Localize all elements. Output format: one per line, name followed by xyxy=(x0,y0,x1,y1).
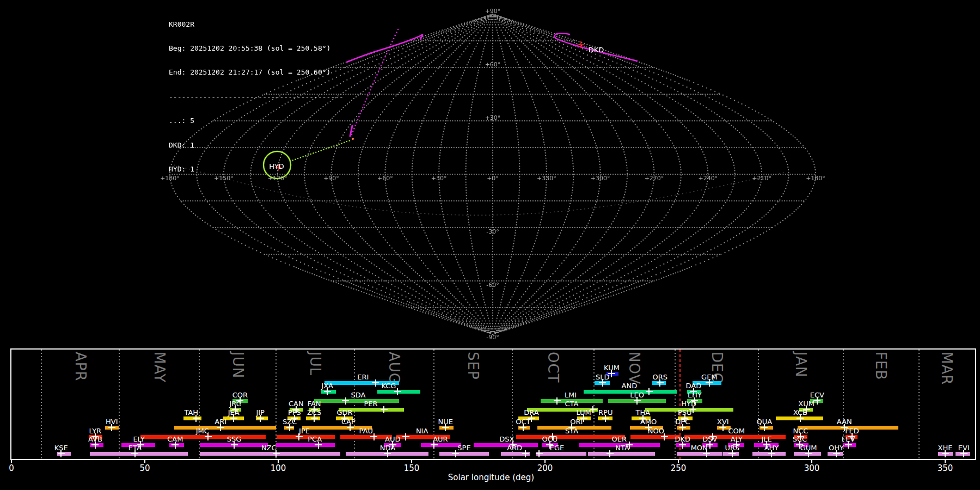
shower-peak-marker xyxy=(661,433,668,440)
map-lat-label: +30° xyxy=(485,114,501,121)
shower-bar xyxy=(276,443,335,447)
map-lon-label: +90° xyxy=(323,175,339,182)
shower-peak-marker xyxy=(381,406,388,413)
shower-peak-marker xyxy=(833,450,840,457)
shower-peak-marker xyxy=(370,433,377,440)
shower-bar xyxy=(439,452,489,456)
shower-peak-marker xyxy=(217,424,224,431)
month-separator xyxy=(354,350,355,459)
shower-peak-marker xyxy=(960,450,967,457)
shower-label: ARD xyxy=(507,444,522,452)
tick-mark xyxy=(945,459,946,463)
shower-label: AND xyxy=(622,382,638,390)
shower-label: LMI xyxy=(565,391,577,399)
shower-label: OER xyxy=(611,436,626,443)
tick-mark xyxy=(544,459,546,463)
shower-peak-marker xyxy=(761,424,768,431)
count-dkd: DKD: 1 xyxy=(169,142,344,150)
month-label: NOV xyxy=(626,352,642,384)
shower-peak-marker xyxy=(231,442,238,449)
map-lon-label: +210° xyxy=(752,175,771,182)
shower-peak-marker xyxy=(442,424,449,431)
shower-peak-marker xyxy=(91,442,99,449)
shower-peak-marker xyxy=(719,424,726,431)
shower-peak-marker xyxy=(372,379,379,387)
shower-peak-marker xyxy=(805,450,812,457)
shower-bar xyxy=(536,452,586,456)
shower-peak-marker xyxy=(311,415,318,422)
month-separator xyxy=(119,350,120,459)
tick-mark xyxy=(11,459,12,463)
map-pole-label-north: +90° xyxy=(485,8,501,15)
radiant-label-dkd: DKD xyxy=(589,46,604,54)
shower-peak-marker xyxy=(384,450,391,457)
map-lon-label: +0° xyxy=(487,175,499,182)
shower-peak-marker xyxy=(286,424,293,431)
count-unclassified: ...: 5 xyxy=(169,117,344,125)
shower-peak-marker xyxy=(845,442,852,449)
shower-label: EGE xyxy=(550,444,565,452)
shower-bar xyxy=(677,452,722,456)
shower-peak-marker xyxy=(536,450,543,457)
tick-mark xyxy=(278,459,279,463)
map-lon-label: +270° xyxy=(645,175,664,182)
shower-label: PER xyxy=(364,400,377,408)
month-label: SEP xyxy=(465,352,481,380)
tick-label: 150 xyxy=(404,463,420,473)
shower-label: SPE xyxy=(457,444,470,452)
shower-peak-marker xyxy=(679,424,686,431)
radiant-map-screen: KR002R Beg: 20251202 20:55:38 (sol = 250… xyxy=(0,0,980,490)
shower-peak-marker xyxy=(452,450,459,457)
shower-peak-marker xyxy=(394,388,401,395)
month-label: OCT xyxy=(545,352,561,383)
x-axis-title: Solar longitude (deg) xyxy=(448,473,534,482)
shower-peak-marker xyxy=(942,450,949,457)
shower-peak-marker xyxy=(347,424,354,431)
map-lat-label: +60° xyxy=(485,60,501,68)
shower-peak-marker xyxy=(768,450,775,457)
count-hyd: HYD: 1 xyxy=(169,166,344,174)
tick-label: 250 xyxy=(671,463,687,473)
shower-peak-marker xyxy=(599,379,606,387)
shower-peak-marker xyxy=(273,450,280,457)
map-lon-label: +150° xyxy=(214,175,234,182)
shower-peak-marker xyxy=(205,433,212,440)
shower-bar xyxy=(200,452,340,456)
map-lon-label: +180° xyxy=(160,175,180,182)
map-lon-label: +120° xyxy=(268,175,287,182)
shower-label: NTA xyxy=(615,444,629,452)
tick-label: 0 xyxy=(9,463,14,473)
shower-bar xyxy=(630,435,681,439)
shower-bar xyxy=(474,443,538,447)
shower-label: STA xyxy=(565,427,578,435)
shower-peak-marker xyxy=(296,433,303,440)
shower-peak-marker xyxy=(646,388,653,395)
month-label: FEB xyxy=(873,352,889,380)
month-label: JUL xyxy=(307,352,323,376)
shower-peak-marker xyxy=(634,397,641,405)
shower-label: NIA xyxy=(416,427,428,435)
month-separator xyxy=(41,350,42,459)
shower-bar xyxy=(588,452,655,456)
map-lat-label: -30° xyxy=(486,228,499,235)
shower-peak-marker xyxy=(519,424,526,431)
station-code: KR002R xyxy=(169,21,344,29)
shower-peak-marker xyxy=(315,442,322,449)
tick-label: 100 xyxy=(271,463,286,473)
map-lon-label: +240° xyxy=(698,175,718,182)
shower-bar xyxy=(340,435,392,439)
shower-label: SDA xyxy=(351,391,366,399)
shower-peak-marker xyxy=(679,442,686,449)
map-lon-label: +330° xyxy=(537,175,556,182)
tick-label: 350 xyxy=(938,463,953,473)
tick-label: 200 xyxy=(537,463,553,473)
tick-label: 50 xyxy=(139,463,150,473)
end-time-line: End: 20251202 21:27:17 (sol = 250.60°) xyxy=(169,69,344,77)
month-label: APR xyxy=(72,352,89,382)
month-label: JUN xyxy=(230,352,246,378)
shower-peak-marker xyxy=(813,397,820,405)
shower-bar xyxy=(277,435,335,439)
shower-peak-marker xyxy=(324,388,331,395)
tick-mark xyxy=(811,459,812,463)
shower-peak-marker xyxy=(193,415,200,422)
